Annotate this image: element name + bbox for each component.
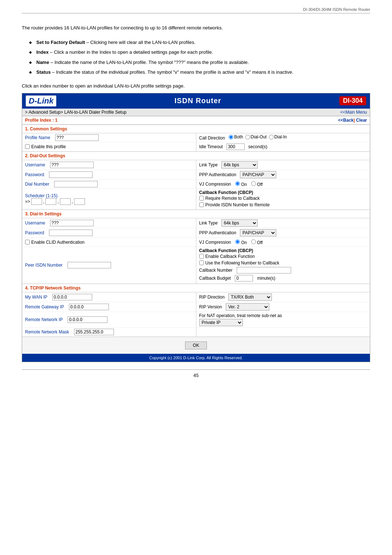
dialin-vj-off-label[interactable]: Off <box>251 239 263 245</box>
vj-off-label[interactable]: Off <box>251 181 263 187</box>
call-direction-both[interactable]: Both <box>229 134 243 139</box>
rip-direction-label: RIP Direction <box>199 295 225 300</box>
call-direction-label: Call Direction <box>199 135 225 141</box>
profile-index-bar: Profile Index : 1 <<Back| Clear <box>22 116 370 125</box>
dialin-password-cell: Password <box>22 228 196 238</box>
callback-number-row: Callback Number <box>199 266 367 274</box>
dialin-link-type-select[interactable]: 64k bps 128k bps <box>221 219 258 227</box>
click-instruction: Click an index number to open an individ… <box>22 83 370 89</box>
dialin-password-row: Password PPP Authentication PAP/CHAP PAP… <box>22 228 370 238</box>
dialout-password-row: Password PPP Authentication PAP/CHAP PAP… <box>22 170 370 179</box>
intro-paragraph: The router provides 16 LAN-to-LAN profil… <box>22 24 370 32</box>
bullet-item-index: Index – Click a number in the Index to o… <box>29 49 370 56</box>
doc-title: DI-304/DI-304M ISDN Remote Router <box>22 7 370 13</box>
dialout-scheduler-row: Scheduler (1-15) => , , , Callback Funct… <box>22 189 370 209</box>
dialin-username-input[interactable] <box>50 220 94 226</box>
profile-name-row: Profile Name Call Direction Both Dial-Ou… <box>22 133 370 142</box>
nat-select[interactable]: Private IP Public IP <box>199 319 243 326</box>
remote-gateway-ip-cell: Remote Gateway IP <box>22 302 196 312</box>
my-wan-ip-input[interactable] <box>52 294 92 300</box>
router-box: D-Link ISDN Router DI-304 > Advanced Set… <box>22 93 370 362</box>
enable-callback-checkbox[interactable] <box>199 254 204 259</box>
dialin-vj-on-label[interactable]: On <box>235 239 247 245</box>
bullet-item-factory: Set to Factory Default – Clicking here w… <box>29 39 370 46</box>
scheduler-input-2[interactable] <box>45 198 56 205</box>
dialin-clid-checkbox[interactable] <box>25 240 30 244</box>
bullet-item-status: Status – Indicate the status of the indi… <box>29 69 370 76</box>
dialout-password-label: Password <box>25 172 44 177</box>
scheduler-comma-3: , <box>72 199 73 204</box>
dialin-password-input[interactable] <box>49 230 93 236</box>
link-type-select[interactable]: 64k bps 128k bps <box>221 161 258 169</box>
ppp-auth-cell: PPP Authentication PAP/CHAP PAP CHAP <box>196 170 370 179</box>
vj-on-label[interactable]: On <box>235 181 247 187</box>
profile-name-label: Profile Name <box>25 135 50 140</box>
idle-timeout-input[interactable] <box>226 143 245 150</box>
router-header: D-Link ISDN Router DI-304 <box>22 93 370 109</box>
ppp-auth-select[interactable]: PAP/CHAP PAP CHAP <box>240 171 276 178</box>
tcpip-settings-table: My WAN IP RIP Direction TX/RX Both TX On… <box>22 292 370 337</box>
dialin-password-label: Password <box>25 230 44 235</box>
callback-number-input[interactable] <box>237 267 291 274</box>
scheduler-input-1[interactable] <box>31 198 42 205</box>
remote-network-ip-row: Remote Network IP For NAT operation, tre… <box>22 312 370 327</box>
ok-row: OK <box>22 337 370 354</box>
scheduler-input-3[interactable] <box>60 198 71 205</box>
callback-budget-input[interactable] <box>235 275 253 281</box>
dlink-logo: D-Link <box>26 96 56 106</box>
require-remote-row: Require Remote to Callback <box>199 195 367 202</box>
dialin-link-type-cell: Link Type 64k bps 128k bps <box>196 218 370 228</box>
use-following-row: Use the Following Number to Callback <box>199 260 367 266</box>
dialin-ppp-auth-label: PPP Authentication <box>199 230 237 235</box>
rip-direction-select[interactable]: TX/RX Both TX Only RX Only None <box>228 293 272 301</box>
use-following-label: Use the Following Number to Callback <box>205 260 279 266</box>
remote-network-mask-label: Remote Network Mask <box>25 329 69 335</box>
scheduler-row: => , , , <box>25 198 193 205</box>
dialin-clid-checkbox-row: Enable CLID Authentication <box>25 239 193 246</box>
dialin-ppp-auth-select[interactable]: PAP/CHAP PAP CHAP <box>240 229 276 236</box>
vj-compression-label: VJ Compression <box>199 182 231 187</box>
enable-profile-row: Enable this profile Idle Timeout second(… <box>22 142 370 151</box>
main-menu-link[interactable]: <<Main Menu <box>340 110 367 115</box>
provide-isdn-checkbox[interactable] <box>199 202 204 207</box>
cbcp-out-header: Callback Function (CBCP) <box>199 190 367 195</box>
callback-budget-unit: minute(s) <box>257 276 275 281</box>
nat-label: For NAT operation, treat remote sub-net … <box>199 313 282 318</box>
dialin-vj-label: VJ Compression <box>199 240 231 245</box>
dialout-password-input[interactable] <box>49 171 93 178</box>
remote-network-ip-input[interactable] <box>68 316 107 323</box>
remote-gateway-ip-input[interactable] <box>69 304 109 310</box>
rip-version-select[interactable]: Ver. 2 Ver. 1 <box>226 303 269 311</box>
page-number: 45 <box>22 369 370 378</box>
require-remote-checkbox[interactable] <box>199 196 204 200</box>
idle-timeout-label: Idle Timeout <box>199 144 223 149</box>
cbcp-out-cell: Callback Function (CBCP) Require Remote … <box>196 189 370 209</box>
dialin-link-type-label: Link Type <box>199 220 218 226</box>
profile-index-links: <<Back| Clear <box>338 118 367 123</box>
dialin-cbcp-cell: Callback Function (CBCP) Enable Callback… <box>196 247 370 283</box>
dialout-dialnumber-cell: Dial Number <box>22 179 196 189</box>
remote-network-mask-input[interactable] <box>74 329 114 335</box>
use-following-checkbox[interactable] <box>199 260 204 265</box>
back-link[interactable]: <<Back <box>338 118 354 123</box>
callback-number-label: Callback Number <box>199 268 233 273</box>
enable-profile-checkbox[interactable] <box>25 144 30 149</box>
dialin-peer-isdn-input[interactable] <box>68 262 111 268</box>
dialin-clid-cell: Enable CLID Authentication <box>22 238 196 247</box>
dialout-dialnumber-input[interactable] <box>54 181 98 187</box>
enable-profile-label: Enable this profile <box>31 144 66 149</box>
remote-network-mask-row: Remote Network Mask <box>22 327 370 336</box>
ok-button[interactable]: OK <box>185 341 207 349</box>
call-direction-dialout[interactable]: Dial-Out <box>245 134 267 139</box>
dialout-password-cell: Password <box>22 170 196 179</box>
profile-name-cell: Profile Name <box>22 133 196 142</box>
scheduler-comma-2: , <box>57 199 58 204</box>
link-type-cell: Link Type 64k bps 128k bps <box>196 160 370 170</box>
profile-name-input[interactable] <box>55 134 99 141</box>
dialout-settings-table: Username Link Type 64k bps 128k bps Pass… <box>22 160 370 210</box>
dialout-username-input[interactable] <box>50 162 94 168</box>
clear-link[interactable]: Clear <box>356 118 367 123</box>
dialin-clid-label: Enable CLID Authentication <box>31 240 85 245</box>
call-direction-dialin[interactable]: Dial-In <box>269 134 287 139</box>
scheduler-input-4[interactable] <box>74 198 85 205</box>
